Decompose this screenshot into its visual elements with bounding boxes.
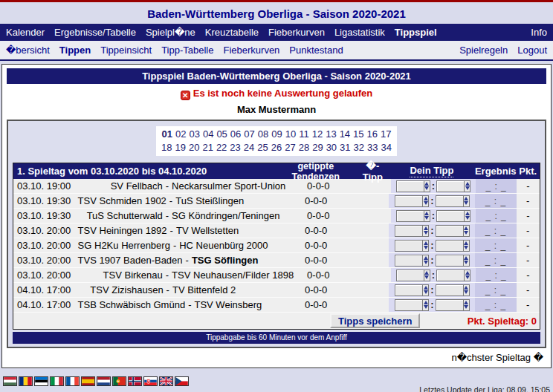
matchday-21[interactable]: 21 <box>202 142 213 153</box>
spinner-arrows-icon[interactable] <box>422 195 429 207</box>
matchday-11[interactable]: 11 <box>299 128 309 140</box>
tip-home-stepper[interactable] <box>395 284 429 296</box>
nav-item-logout[interactable]: Logout <box>517 45 547 56</box>
arrow-down-icon[interactable] <box>465 216 470 220</box>
nav-item-spielregeln[interactable]: Spielregeln <box>459 45 508 56</box>
matchday-31[interactable]: 31 <box>340 142 350 153</box>
tip-home-stepper[interactable] <box>395 225 429 237</box>
tip-home-stepper[interactable] <box>396 210 430 222</box>
nav-item-ergebnisse-tabelle[interactable]: Ergebnisse/Tabelle <box>54 27 136 38</box>
arrow-up-icon[interactable] <box>465 212 470 215</box>
subnav-item-tipp-tabelle[interactable]: Tipp-Tabelle <box>161 45 213 56</box>
matchday-12[interactable]: 12 <box>312 128 323 140</box>
matchday-28[interactable]: 28 <box>299 142 309 153</box>
tip-home-input[interactable] <box>395 284 422 296</box>
flag-czech-republic-icon[interactable] <box>175 376 189 386</box>
tip-away-stepper[interactable] <box>436 225 470 237</box>
arrow-up-icon[interactable] <box>464 226 468 230</box>
subnav-item-fieberkurven[interactable]: Fieberkurven <box>223 45 279 56</box>
tip-home-input[interactable] <box>396 270 424 281</box>
spinner-arrows-icon[interactable] <box>464 270 470 281</box>
flag-portugal-icon[interactable] <box>112 376 126 386</box>
matchday-05[interactable]: 05 <box>216 128 227 140</box>
spinner-arrows-icon[interactable] <box>422 225 429 237</box>
tip-away-input[interactable] <box>436 225 463 237</box>
tip-home-input[interactable] <box>395 299 422 311</box>
save-tips-button[interactable]: Tipps speichern <box>330 313 420 328</box>
tip-away-input[interactable] <box>436 180 464 192</box>
matchday-26[interactable]: 26 <box>271 142 282 153</box>
spinner-arrows-icon[interactable] <box>464 180 470 192</box>
spinner-arrows-icon[interactable] <box>463 240 470 252</box>
flag-italy-icon[interactable] <box>50 376 64 386</box>
arrow-down-icon[interactable] <box>424 261 428 264</box>
subnav-item-punktestand[interactable]: Punktestand <box>289 45 343 56</box>
spinner-arrows-icon[interactable] <box>422 284 429 296</box>
matchday-03[interactable]: 03 <box>189 128 199 140</box>
matchday-32[interactable]: 32 <box>354 142 364 153</box>
matchday-15[interactable]: 15 <box>353 128 363 140</box>
matchday-18[interactable]: 18 <box>161 142 172 153</box>
nav-item-kalender[interactable]: Kalender <box>6 27 45 38</box>
arrow-up-icon[interactable] <box>424 182 429 186</box>
arrow-down-icon[interactable] <box>464 290 468 294</box>
tip-away-input[interactable] <box>436 270 464 281</box>
arrow-down-icon[interactable] <box>464 305 468 309</box>
tip-away-stepper[interactable] <box>436 255 470 267</box>
arrow-up-icon[interactable] <box>465 182 470 186</box>
tip-away-input[interactable] <box>436 195 463 207</box>
matchday-34[interactable]: 34 <box>381 142 392 153</box>
arrow-up-icon[interactable] <box>464 197 468 200</box>
tip-away-stepper[interactable] <box>436 195 470 207</box>
arrow-down-icon[interactable] <box>424 186 429 190</box>
spinner-arrows-icon[interactable] <box>422 299 429 311</box>
matchday-10[interactable]: 10 <box>285 128 296 140</box>
flag-norway-icon[interactable] <box>128 376 142 386</box>
matchday-33[interactable]: 33 <box>367 142 378 153</box>
spinner-arrows-icon[interactable] <box>463 299 470 311</box>
tip-away-input[interactable] <box>436 255 463 267</box>
matchday-23[interactable]: 23 <box>230 142 240 153</box>
arrow-down-icon[interactable] <box>424 231 428 235</box>
arrow-up-icon[interactable] <box>424 197 428 200</box>
matchday-30[interactable]: 30 <box>326 142 337 153</box>
matchday-27[interactable]: 27 <box>285 142 295 153</box>
tip-home-input[interactable] <box>395 195 422 207</box>
subnav-item-tippeinsicht[interactable]: Tippeinsicht <box>100 45 152 56</box>
spinner-arrows-icon[interactable] <box>464 210 470 222</box>
tip-home-input[interactable] <box>395 240 422 252</box>
arrow-down-icon[interactable] <box>464 246 468 249</box>
spinner-arrows-icon[interactable] <box>463 225 470 237</box>
arrow-up-icon[interactable] <box>424 241 428 245</box>
spinner-arrows-icon[interactable] <box>422 240 429 252</box>
spinner-arrows-icon[interactable] <box>424 180 430 192</box>
nav-item-fieberkurven[interactable]: Fieberkurven <box>268 27 325 38</box>
spinner-arrows-icon[interactable] <box>422 255 429 267</box>
tip-away-stepper[interactable] <box>436 210 470 222</box>
tip-away-input[interactable] <box>436 210 464 222</box>
arrow-up-icon[interactable] <box>424 271 429 275</box>
matchday-22[interactable]: 22 <box>216 142 227 153</box>
flag-estonia-icon[interactable] <box>34 376 48 386</box>
tip-home-input[interactable] <box>396 210 424 222</box>
arrow-up-icon[interactable] <box>424 226 428 230</box>
arrow-down-icon[interactable] <box>464 231 468 235</box>
tip-home-stepper[interactable] <box>395 299 429 311</box>
tip-away-input[interactable] <box>436 299 463 311</box>
matchday-24[interactable]: 24 <box>244 142 254 153</box>
arrow-down-icon[interactable] <box>424 246 428 249</box>
arrow-down-icon[interactable] <box>424 305 428 309</box>
arrow-up-icon[interactable] <box>465 271 470 275</box>
nav-item-ligastatistik[interactable]: Ligastatistik <box>334 27 385 38</box>
matchday-13[interactable]: 13 <box>326 128 336 140</box>
arrow-down-icon[interactable] <box>424 201 428 205</box>
arrow-down-icon[interactable] <box>424 275 429 279</box>
spinner-arrows-icon[interactable] <box>463 255 470 267</box>
subnav-item--bersicht[interactable]: �bersicht <box>6 45 50 56</box>
tip-home-stepper[interactable] <box>396 270 430 281</box>
arrow-up-icon[interactable] <box>424 212 429 215</box>
matchday-19[interactable]: 19 <box>175 142 185 153</box>
matchday-20[interactable]: 20 <box>189 142 199 153</box>
matchday-17[interactable]: 17 <box>381 128 391 140</box>
matchday-06[interactable]: 06 <box>230 128 241 140</box>
